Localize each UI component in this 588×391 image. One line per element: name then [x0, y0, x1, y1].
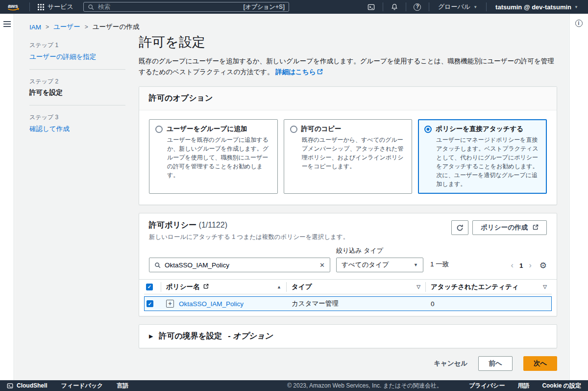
match-count: 1 一致: [430, 260, 449, 272]
region-label: グローバル: [438, 2, 470, 11]
cancel-button[interactable]: キャンセル: [434, 359, 467, 368]
radio-unchecked-icon[interactable]: [290, 126, 297, 133]
wizard-step-3: ステップ 3 確認して作成: [29, 113, 125, 133]
divider: [29, 2, 30, 11]
step-2-current: 許可を設定: [29, 88, 125, 97]
type-filter-select[interactable]: すべてのタイプ ▼: [336, 258, 423, 272]
topnav-right-group: ? グローバル ▼ tatsumin @ dev-tatsumin ▼: [364, 0, 583, 14]
global-search-input[interactable]: 検索 [オプション+S]: [83, 2, 289, 12]
notifications-bell-icon[interactable]: [387, 0, 402, 14]
account-menu[interactable]: tatsumin @ dev-tatsumin ▼: [490, 0, 583, 14]
expander-title-suffix: - オプション: [228, 331, 273, 341]
divider: [486, 2, 487, 11]
search-placeholder: 検索: [98, 3, 240, 11]
refresh-icon: [456, 224, 464, 232]
footer-bar: CloudShell フィードバック 言語 © 2023, Amazon Web…: [0, 380, 588, 391]
option-attach-policies-directly[interactable]: ポリシーを直接アタッチする ユーザーにマネージドポリシーを直接アタッチします。ベ…: [418, 119, 547, 194]
divider: [29, 105, 125, 105]
sort-ascending-icon[interactable]: ▲: [277, 285, 281, 289]
divider: [29, 69, 125, 70]
table-settings-gear-icon[interactable]: ⚙: [539, 261, 547, 272]
feedback-button[interactable]: フィードバック: [61, 382, 103, 390]
search-icon: [154, 262, 161, 268]
language-button[interactable]: 言語: [117, 382, 128, 390]
hamburger-menu-icon[interactable]: [3, 20, 11, 28]
breadcrumb-iam[interactable]: IAM: [29, 24, 41, 31]
terms-link[interactable]: 用語: [517, 382, 529, 390]
wizard-step-2: ステップ 2 許可を設定: [29, 78, 125, 97]
services-menu-button[interactable]: サービス: [34, 0, 77, 14]
permissions-options-panel: 許可のオプション ユーザーをグループに追加 ユーザーを既存のグループに追加するか…: [139, 86, 557, 205]
step-1-link[interactable]: ユーザーの詳細を指定: [29, 53, 96, 60]
breadcrumb-separator: >: [46, 24, 49, 30]
privacy-link[interactable]: プライバシー: [469, 382, 505, 390]
external-link-icon: [203, 283, 209, 290]
policy-name-link[interactable]: OktaSSO_IAM_Policy: [179, 300, 244, 308]
cookie-settings-link[interactable]: Cookie の設定: [542, 382, 581, 390]
right-help-strip: i: [569, 14, 588, 380]
column-type: タイプ: [292, 283, 312, 291]
learn-more-link[interactable]: 詳細はこちら: [275, 68, 323, 76]
divider: [383, 2, 383, 11]
pagination: ‹ 1 ›: [511, 261, 532, 272]
radio-checked-icon[interactable]: [424, 126, 432, 133]
external-link-icon: [533, 224, 539, 232]
breadcrumb-users[interactable]: ユーザー: [53, 23, 80, 31]
column-attached-entities: アタッチされたエンティティ: [431, 283, 519, 291]
step-label: ステップ 3: [29, 113, 125, 122]
next-button[interactable]: 次へ: [523, 356, 557, 371]
option-add-to-group[interactable]: ユーザーをグループに追加 ユーザーを既存のグループに追加するか、新しいグループを…: [149, 119, 278, 194]
policy-type: カスタマー管理: [292, 299, 339, 308]
step-label: ステップ 1: [29, 41, 125, 50]
current-page-number: 1: [519, 262, 523, 269]
cloudshell-footer-button[interactable]: CloudShell: [7, 382, 48, 389]
breadcrumb-current: ユーザーの作成: [93, 23, 139, 31]
option-label: ポリシーを直接アタッチする: [436, 125, 523, 133]
attached-entities-value: 0: [431, 300, 435, 308]
panel-header: 許可のオプション: [139, 87, 557, 110]
policy-search-input[interactable]: OktaSSO_IAM_Policy ✕: [149, 258, 330, 272]
table-row[interactable]: ✓ + OktaSSO_IAM_Policy カスタマー管理 0: [144, 296, 552, 311]
panel-subtitle: 新しいロールにアタッチする 1 つまたは複数のポリシーを選択します。: [149, 233, 349, 241]
aws-logo[interactable]: aws: [7, 2, 21, 11]
expand-row-icon[interactable]: +: [166, 300, 174, 308]
options-tiles: ユーザーをグループに追加 ユーザーを既存のグループに追加するか、新しいグループを…: [139, 110, 557, 205]
info-icon[interactable]: i: [569, 20, 588, 27]
help-icon[interactable]: ?: [410, 0, 425, 14]
option-copy-permissions[interactable]: 許可のコピー 既存のユーザーから、すべてのグループメンバーシップ、アタッチされた…: [284, 119, 413, 194]
step-label: ステップ 2: [29, 78, 125, 86]
select-all-checkbox[interactable]: ✓: [146, 284, 153, 290]
cloudshell-icon[interactable]: [364, 0, 379, 14]
permissions-boundary-expander[interactable]: ▶ 許可の境界を設定 - オプション: [139, 324, 557, 348]
expander-title: 許可の境界を設定: [159, 331, 222, 341]
wizard-step-1: ステップ 1 ユーザーの詳細を指定: [29, 41, 125, 61]
services-label: サービス: [48, 2, 74, 11]
policies-table: ✓ ポリシー名 ▲ タイプ ▽ アタッチされたエンティティ: [139, 279, 557, 316]
step-3-link[interactable]: 確認して作成: [29, 125, 70, 132]
column-policy-name[interactable]: ポリシー名: [166, 283, 209, 291]
column-filter-icon[interactable]: ▽: [543, 284, 547, 289]
search-icon: [88, 4, 94, 10]
previous-button[interactable]: 前へ: [478, 356, 512, 371]
type-filter-label: 絞り込み タイプ: [336, 246, 423, 255]
chevron-down-icon: ▼: [414, 262, 418, 267]
copyright-text: © 2023, Amazon Web Services, Inc. またはその関…: [287, 382, 442, 390]
previous-page-icon[interactable]: ‹: [511, 261, 514, 269]
divider: [406, 2, 406, 11]
create-policy-button[interactable]: ポリシーの作成: [472, 220, 547, 235]
permission-policies-panel: 許可ポリシー (1/1122) 新しいロールにアタッチする 1 つまたは複数のポ…: [139, 213, 557, 316]
radio-unchecked-icon[interactable]: [155, 126, 163, 133]
clear-search-icon[interactable]: ✕: [319, 261, 325, 269]
breadcrumb-separator: >: [85, 24, 88, 30]
next-page-icon[interactable]: ›: [529, 261, 531, 269]
type-filter-value: すべてのタイプ: [342, 261, 389, 269]
option-label: 許可のコピー: [301, 125, 342, 133]
refresh-button[interactable]: [451, 220, 468, 235]
panel-header: 許可ポリシー (1/1122) 新しいロールにアタッチする 1 つまたは複数のポ…: [139, 213, 557, 243]
table-header-row: ✓ ポリシー名 ▲ タイプ ▽ アタッチされたエンティティ: [144, 280, 552, 294]
search-shortcut-hint: [オプション+S]: [244, 3, 285, 11]
column-filter-icon[interactable]: ▽: [416, 284, 420, 289]
region-selector[interactable]: グローバル ▼: [433, 0, 482, 14]
row-checkbox[interactable]: ✓: [147, 300, 153, 307]
account-label: tatsumin @ dev-tatsumin: [495, 3, 571, 11]
